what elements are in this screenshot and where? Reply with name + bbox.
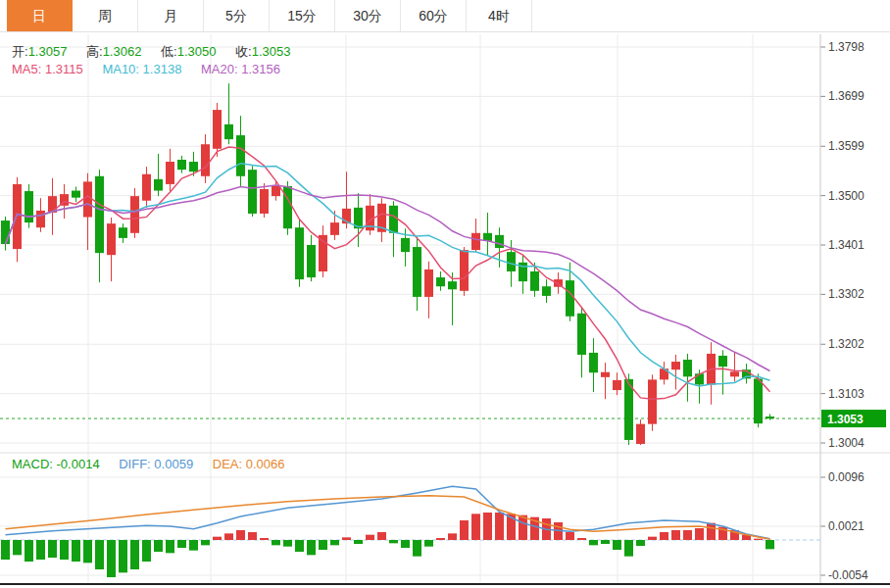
tab-month[interactable]: 月 — [138, 0, 204, 31]
macd-bar — [119, 540, 127, 572]
macd-bar — [660, 532, 668, 540]
tab-30min[interactable]: 30分 — [335, 0, 401, 31]
open-value: 1.3057 — [28, 44, 68, 59]
diff-value: 0.0059 — [154, 457, 193, 471]
candle-body — [530, 271, 539, 291]
macd-bar — [189, 540, 198, 551]
macd-label: MACD: — [12, 457, 53, 471]
candle-body — [695, 373, 704, 384]
candle-body — [119, 227, 127, 238]
macd-bar — [1, 540, 10, 560]
macd-bar — [236, 530, 245, 540]
macd-bar — [424, 540, 433, 547]
macd-bar — [683, 530, 692, 540]
macd-bar — [213, 537, 222, 540]
high-label: 高: — [86, 44, 103, 59]
candle-body — [424, 270, 433, 297]
candle-body — [754, 378, 763, 423]
candle-body — [566, 280, 574, 317]
candle-body — [307, 245, 316, 277]
tab-week[interactable]: 周 — [73, 0, 138, 31]
candle-body — [25, 191, 33, 222]
ma20-line — [6, 185, 770, 370]
candle-body — [1, 220, 10, 244]
candle-body — [471, 233, 480, 250]
macd-bar — [48, 540, 57, 558]
ma10-line — [6, 164, 770, 386]
candle-body — [542, 286, 551, 296]
tab-day[interactable]: 日 — [7, 0, 73, 31]
macd-bar — [695, 528, 704, 540]
candle-body — [72, 191, 80, 198]
macd-bar — [601, 540, 610, 544]
macd-bar — [519, 515, 527, 540]
price-axis-label: 1.3798 — [828, 40, 865, 54]
candle-body — [283, 186, 292, 228]
macd-bar — [589, 540, 598, 545]
close-value: 1.3053 — [252, 44, 291, 59]
macd-bar — [272, 540, 280, 545]
low-value: 1.3050 — [177, 44, 217, 59]
macd-bar — [401, 540, 410, 548]
candle-body — [213, 110, 222, 149]
candle-body — [718, 356, 727, 367]
dea-line — [6, 496, 770, 540]
macd-bar — [95, 540, 104, 569]
ma5-line — [6, 147, 770, 399]
macd-readout: MACD: -0.0014 DIFF: 0.0059 DEA: 0.0066 — [12, 457, 284, 471]
tab-60min[interactable]: 60分 — [401, 0, 467, 31]
macd-bar — [107, 540, 116, 577]
candle-body — [248, 170, 257, 214]
candle-body — [683, 360, 692, 376]
ma10-value: 1.3138 — [143, 62, 182, 76]
macd-bar — [166, 540, 174, 553]
ma10-label: MA10: — [102, 62, 139, 76]
tab-15min[interactable]: 15分 — [270, 0, 335, 31]
price-axis-label: 1.3103 — [828, 387, 865, 401]
macd-bar — [201, 540, 210, 545]
candle-body — [507, 252, 516, 271]
candle-body — [166, 162, 174, 184]
tab-4hour[interactable]: 4时 — [467, 0, 532, 31]
candle-body — [189, 162, 198, 172]
ma5-value: 1.3115 — [45, 62, 83, 76]
candle-body — [95, 176, 104, 253]
macd-bar — [671, 530, 680, 540]
macd-bar — [295, 540, 304, 552]
ma20-label: MA20: — [201, 62, 238, 76]
candle-body — [130, 196, 139, 233]
macd-bar — [436, 538, 445, 540]
candle-body — [648, 379, 657, 423]
candle-body — [389, 206, 398, 233]
candle-body — [142, 174, 151, 201]
price-axis-label: 1.3202 — [828, 337, 865, 351]
macd-bar — [366, 535, 374, 540]
high-value: 1.3062 — [103, 44, 142, 59]
macd-bar — [307, 540, 316, 555]
candle-body — [766, 416, 774, 418]
macd-bar — [177, 540, 186, 548]
candle-body — [613, 380, 621, 390]
macd-bar — [624, 540, 633, 557]
candle-body — [295, 227, 304, 279]
macd-bar — [648, 537, 657, 540]
macd-bar — [283, 540, 292, 547]
price-chart-canvas[interactable]: 1.37981.36991.35991.35001.34011.33021.32… — [0, 0, 890, 588]
macd-bar — [248, 532, 257, 540]
macd-bar — [566, 532, 574, 540]
price-axis-label: 1.3004 — [828, 436, 865, 450]
dea-label: DEA: — [213, 457, 242, 471]
macd-bar — [13, 540, 22, 555]
candle-body — [460, 250, 469, 291]
ma20-value: 1.3156 — [241, 62, 280, 76]
dea-value: 0.0066 — [246, 457, 285, 471]
macd-bar — [260, 538, 269, 540]
macd-bar — [36, 540, 45, 560]
price-axis-label: 1.3699 — [828, 89, 865, 103]
candle-body — [636, 424, 645, 444]
macd-bar — [354, 540, 363, 544]
macd-bar — [25, 540, 33, 562]
tab-5min[interactable]: 5分 — [204, 0, 270, 31]
macd-bar — [707, 523, 716, 540]
macd-bar — [613, 540, 621, 550]
